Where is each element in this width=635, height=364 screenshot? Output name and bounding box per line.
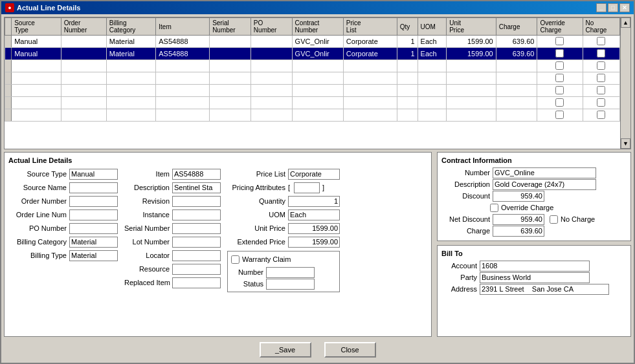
order-number-input[interactable] [69,196,118,207]
grid-cell-price_list [343,97,397,109]
grid-cell-source_type [12,72,61,85]
resource-input[interactable] [172,264,221,275]
table-row[interactable] [5,60,620,72]
contract-discount-input[interactable] [493,191,544,202]
po-number-input[interactable] [69,223,118,234]
close-button[interactable]: ✕ [619,3,630,12]
no-charge-label: No Charge [561,215,595,223]
contract-charge-input[interactable] [493,226,544,237]
vertical-scrollbar[interactable]: ▲ ▼ [620,17,630,149]
minimize-button[interactable]: _ [596,3,607,12]
col-header-po-number: PONumber [251,18,292,36]
grid-no-charge-checkbox[interactable] [597,86,605,94]
grid-override-charge-checkbox[interactable] [555,61,564,70]
source-type-input[interactable] [69,169,118,180]
save-button[interactable]: _Save [260,342,311,358]
quantity-row: Quantity [227,195,340,207]
source-name-label: Source Name [8,184,67,191]
unit-price-input[interactable] [288,223,340,234]
serial-number-input[interactable] [172,223,221,234]
source-type-row: Source Type [8,168,118,180]
contract-description-input[interactable] [493,179,596,190]
grid-override-charge-checkbox[interactable] [555,111,564,119]
table-row[interactable] [5,85,620,97]
scroll-up-button[interactable]: ▲ [621,17,630,28]
table-row[interactable]: ▶ManualMaterialAS54888GVC_OnlirCorporate… [5,48,620,60]
description-input[interactable] [172,182,221,193]
grid-no-charge-checkbox[interactable] [597,98,605,107]
net-discount-input[interactable] [493,214,544,225]
bill-address-input[interactable] [480,284,609,295]
main-window: ● Actual Line Details _ □ ✕ SourceType O… [0,0,635,364]
contract-charge-row: Charge [441,225,627,237]
pricing-attributes-input[interactable] [294,182,320,193]
close-button[interactable]: Close [324,342,376,358]
no-charge-checkbox[interactable] [550,215,558,224]
contract-number-input[interactable] [493,167,596,178]
table-row[interactable] [5,97,620,109]
grid-cell-serial_number [210,85,251,97]
grid-cell-unit_price [447,72,496,85]
bill-account-input[interactable] [480,261,590,272]
billing-type-input[interactable] [69,250,118,261]
grid-override-charge-checkbox[interactable] [555,98,564,107]
override-charge-checkbox[interactable] [490,204,498,212]
extended-price-input[interactable] [288,237,340,248]
grid-cell-charge [496,97,537,109]
row-indicator-header [5,18,12,36]
grid-cell-contract_number [292,72,343,85]
bill-party-input[interactable] [480,272,590,283]
grid-no-charge-checkbox[interactable] [597,49,605,58]
grid-cell-price_list [343,60,397,72]
grid-no-charge-checkbox[interactable] [597,74,605,82]
billing-category-input[interactable] [69,237,118,248]
grid-override-charge-checkbox[interactable] [555,37,564,45]
grid-override-charge-checkbox[interactable] [555,49,564,58]
grid-override-charge-checkbox[interactable] [555,86,564,94]
pricing-attributes-bracket-open: [ [288,184,290,191]
revision-input[interactable] [172,196,221,207]
replaced-item-row: Replaced Item [124,277,221,288]
replaced-item-input[interactable] [172,277,221,288]
override-charge-row: Override Charge [490,202,627,213]
grid-cell-price_list [343,72,397,85]
table-row[interactable] [5,109,620,122]
table-row[interactable]: ManualMaterialAS54888GVC_OnlirCorporate1… [5,36,620,48]
table-row[interactable] [5,72,620,85]
warranty-number-label: Number [231,268,263,276]
grid-cell-qty [397,85,418,97]
grid-cell-serial_number [210,109,251,122]
pricing-attributes-bracket-close: ] [322,184,324,191]
item-input[interactable] [172,169,221,180]
price-list-input[interactable] [288,169,340,180]
instance-input[interactable] [172,209,221,220]
grid-cell-override-charge [537,85,583,97]
grid-no-charge-checkbox[interactable] [597,37,605,45]
grid-cell-serial_number [210,48,251,60]
grid-cell-po_number [251,109,292,122]
grid-cell-order_number [61,97,106,109]
warranty-status-input[interactable] [266,279,315,290]
contract-discount-row: Discount [441,190,627,202]
warranty-number-input[interactable] [266,267,315,278]
contract-description-label: Description [441,180,490,188]
quantity-input[interactable] [288,196,340,207]
source-name-input[interactable] [69,182,118,193]
lot-number-input[interactable] [172,237,221,248]
grid-cell-no-charge [583,60,619,72]
order-line-num-input[interactable] [69,209,118,220]
grid-no-charge-checkbox[interactable] [597,111,605,119]
warranty-claim-checkbox[interactable] [231,255,240,264]
grid-cell-item [156,60,210,72]
grid-override-charge-checkbox[interactable] [555,74,564,82]
locator-input[interactable] [172,250,221,261]
contract-number-row: Number [441,167,627,178]
grid-cell-billing_category: Material [106,48,155,60]
maximize-button[interactable]: □ [608,3,618,12]
col-header-override-charge: OverrideCharge [537,18,583,36]
grid-no-charge-checkbox[interactable] [597,61,605,70]
grid-cell-charge [496,72,537,85]
scroll-down-button[interactable]: ▼ [621,138,630,149]
grid-cell-charge [496,60,537,72]
uom-input[interactable] [288,209,340,220]
